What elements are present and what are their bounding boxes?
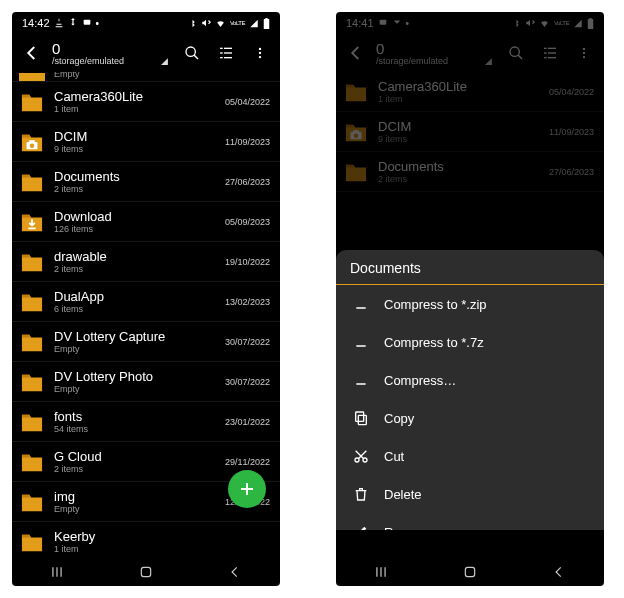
context-menu-item[interactable]: Compress to *.7z <box>336 323 604 361</box>
folder-icon <box>18 328 46 356</box>
svg-point-28 <box>583 48 585 50</box>
list-item[interactable]: Camera360Lite1 item05/04/2022 <box>336 72 604 112</box>
list-item[interactable]: DCIM9 items11/09/2023 <box>336 112 604 152</box>
list-item[interactable]: Keerby1 item <box>12 522 280 558</box>
list-item[interactable]: DV Lottery CaptureEmpty30/07/2022 <box>12 322 280 362</box>
list-item[interactable]: Documents2 items27/06/2023 <box>336 152 604 192</box>
list-item[interactable]: DualApp6 items13/02/2023 <box>12 282 280 322</box>
list-item[interactable]: Camera360Lite1 item05/04/2022 <box>12 82 280 122</box>
svg-rect-0 <box>83 20 90 25</box>
topbar-title: 0 <box>376 41 496 56</box>
view-mode-button[interactable] <box>536 39 564 67</box>
context-menu-label: Compress to *.zip <box>384 297 487 312</box>
list-item[interactable]: Download126 items05/09/2023 <box>12 202 280 242</box>
svg-rect-13 <box>19 73 45 81</box>
nav-recent[interactable] <box>361 565 401 579</box>
svg-point-32 <box>354 133 359 138</box>
svg-point-15 <box>30 143 35 148</box>
item-meta: 6 items <box>54 304 225 314</box>
context-menu-sheet: Documents Compress to *.zipCompress to *… <box>336 250 604 530</box>
list-item[interactable]: DCIM9 items11/09/2023 <box>12 122 280 162</box>
app-topbar: 0 /storage/emulated ◢ <box>336 34 604 72</box>
folder-icon <box>18 168 46 196</box>
list-item[interactable]: drawable2 items19/10/2022 <box>12 242 280 282</box>
more-button[interactable] <box>570 39 598 67</box>
file-list[interactable]: EmptyCamera360Lite1 item05/04/2022DCIM9 … <box>12 72 280 558</box>
back-button[interactable] <box>342 39 370 67</box>
context-menu-label: Copy <box>384 411 414 426</box>
svg-point-29 <box>583 52 585 54</box>
system-navbar <box>12 558 280 586</box>
item-meta: Empty <box>54 72 80 79</box>
item-meta: 1 item <box>54 544 270 554</box>
svg-rect-25 <box>548 52 556 53</box>
back-button[interactable] <box>18 39 46 67</box>
item-name: G Cloud <box>54 449 225 464</box>
context-menu-item[interactable]: Rename <box>336 513 604 530</box>
pencil-icon <box>352 523 370 530</box>
nav-home[interactable] <box>450 565 490 579</box>
item-date: 19/10/2022 <box>225 257 270 267</box>
fab-add[interactable] <box>228 470 266 508</box>
wifi-icon <box>215 19 226 28</box>
list-item[interactable]: Empty <box>12 72 280 82</box>
folder-icon <box>18 208 46 236</box>
topbar-path: /storage/emulated <box>376 56 448 66</box>
context-menu-title: Documents <box>336 250 604 285</box>
svg-rect-34 <box>358 415 366 424</box>
item-name: Documents <box>378 159 549 174</box>
status-time: 14:42 <box>22 17 50 29</box>
item-name: Camera360Lite <box>378 79 549 94</box>
status-bar: 14:41 • VoLTE <box>336 12 604 34</box>
item-date: 05/09/2023 <box>225 217 270 227</box>
list-item[interactable]: Documents2 items27/06/2023 <box>12 162 280 202</box>
status-bar: 14:42 • VoLTE <box>12 12 280 34</box>
svg-rect-23 <box>548 48 556 49</box>
nav-home[interactable] <box>126 565 166 579</box>
trash-icon <box>352 485 370 503</box>
svg-point-21 <box>510 47 519 56</box>
folder-icon <box>342 78 370 106</box>
item-date: 30/07/2022 <box>225 337 270 347</box>
bluetooth-icon <box>188 18 197 29</box>
list-item[interactable]: DV Lottery PhotoEmpty30/07/2022 <box>12 362 280 402</box>
item-date: 27/06/2023 <box>549 167 594 177</box>
list-item[interactable]: fonts54 items23/01/2022 <box>12 402 280 442</box>
phone-right: 14:41 • VoLTE 0 /storage/emulated ◢ <box>336 12 604 586</box>
item-date: 23/01/2022 <box>225 417 270 427</box>
more-button[interactable] <box>246 39 274 67</box>
item-name: DV Lottery Photo <box>54 369 225 384</box>
item-date: 29/11/2022 <box>225 457 270 467</box>
status-icon <box>54 18 64 28</box>
context-menu-item[interactable]: Copy <box>336 399 604 437</box>
folder-icon <box>18 248 46 276</box>
nav-recent[interactable] <box>37 565 77 579</box>
folder-icon <box>18 73 46 81</box>
item-meta: 2 items <box>54 184 225 194</box>
item-meta: 126 items <box>54 224 225 234</box>
svg-rect-6 <box>220 52 223 53</box>
svg-rect-35 <box>356 412 364 421</box>
lte-icon: VoLTE <box>230 20 245 26</box>
nav-back[interactable] <box>539 565 579 579</box>
item-name: DCIM <box>378 119 549 134</box>
view-mode-button[interactable] <box>212 39 240 67</box>
nav-back[interactable] <box>215 565 255 579</box>
status-icon <box>68 18 78 28</box>
context-menu-item[interactable]: Compress to *.zip <box>336 285 604 323</box>
item-name: Download <box>54 209 225 224</box>
svg-point-3 <box>186 47 195 56</box>
download-icon <box>352 371 370 389</box>
folder-icon <box>18 488 46 516</box>
context-menu-item[interactable]: Cut <box>336 437 604 475</box>
search-button[interactable] <box>502 39 530 67</box>
signal-icon <box>573 19 583 28</box>
copy-icon <box>352 409 370 427</box>
item-meta: 2 items <box>54 264 225 274</box>
context-menu-item[interactable]: Compress… <box>336 361 604 399</box>
context-menu-item[interactable]: Delete <box>336 475 604 513</box>
folder-icon <box>18 528 46 556</box>
battery-icon <box>263 18 270 29</box>
search-button[interactable] <box>178 39 206 67</box>
svg-rect-9 <box>224 57 232 58</box>
